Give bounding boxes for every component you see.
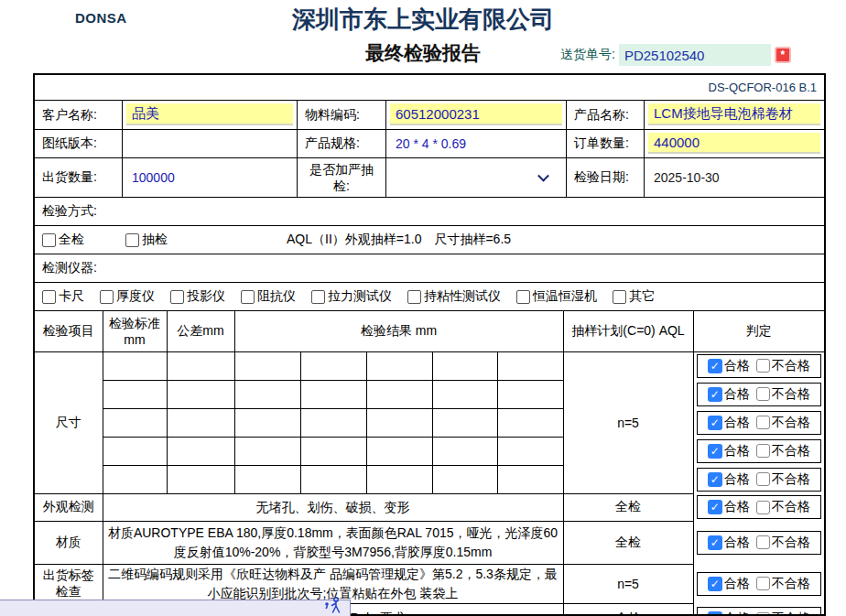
result-cell[interactable] [497,380,563,408]
fail-checkbox[interactable] [756,387,770,401]
result-cell[interactable] [300,437,366,465]
fail-option[interactable]: 不合格 [756,611,810,616]
fail-checkbox[interactable] [756,472,770,486]
tolerance-cell[interactable] [167,380,234,408]
pass-checkbox-checked[interactable]: ✓ [708,444,722,459]
pass-checkbox-checked[interactable]: ✓ [708,416,722,430]
result-cell[interactable] [366,380,432,408]
fail-option[interactable]: 不合格 [756,471,810,488]
result-cell[interactable] [432,380,497,408]
instrument-caliper[interactable]: 卡尺 [42,288,84,305]
material-code-field[interactable]: 60512000231 [386,101,567,130]
inspection-date-value[interactable]: 2025-10-30 [645,158,824,198]
order-qty-field[interactable]: 440000 [645,130,824,158]
fail-option[interactable]: 不合格 [756,499,810,515]
result-cell[interactable] [234,465,300,493]
product-name-value[interactable]: LCM接地导电泡棉卷材 [648,103,820,125]
pass-option[interactable]: ✓合格 [708,386,750,403]
delivery-number-input[interactable]: PD25102540 [619,44,771,66]
result-cell[interactable] [300,351,366,380]
full-check-option[interactable]: 全检 [42,232,84,248]
result-cell[interactable] [234,380,300,408]
result-cell[interactable] [300,380,366,408]
instrument-tension-tester[interactable]: 拉力测试仪 [311,288,392,305]
fail-checkbox[interactable] [756,577,770,590]
fail-checkbox[interactable] [756,359,770,373]
fail-checkbox[interactable] [756,444,770,458]
fail-checkbox[interactable] [756,501,770,514]
standard-cell[interactable] [103,437,167,465]
material-code-value[interactable]: 60512000231 [390,103,562,125]
pass-checkbox-checked[interactable]: ✓ [708,611,722,616]
pass-checkbox-checked[interactable]: ✓ [708,535,722,550]
adhesion-tester-checkbox[interactable] [407,290,421,304]
result-cell[interactable] [366,465,432,493]
pass-option[interactable]: ✓合格 [708,471,750,488]
fail-checkbox[interactable] [756,535,770,549]
pass-checkbox-checked[interactable]: ✓ [708,577,722,591]
standard-cell[interactable] [103,465,167,493]
product-name-field[interactable]: LCM接地导电泡棉卷材 [645,101,824,130]
other-checkbox[interactable] [613,290,626,304]
pass-option[interactable]: ✓合格 [708,499,750,515]
fail-option[interactable]: 不合格 [756,535,810,551]
result-cell[interactable] [497,351,563,380]
pass-checkbox-checked[interactable]: ✓ [708,387,722,402]
pass-option[interactable]: ✓合格 [708,358,750,374]
tolerance-cell[interactable] [167,408,234,437]
fail-checkbox[interactable] [756,612,770,616]
result-cell[interactable] [497,437,563,465]
pass-option[interactable]: ✓合格 [708,611,750,616]
order-qty-value[interactable]: 440000 [648,133,820,154]
pass-option[interactable]: ✓合格 [708,535,750,551]
instrument-impedance-meter[interactable]: 阻抗仪 [241,288,296,305]
caliper-checkbox[interactable] [42,290,56,304]
fail-option[interactable]: 不合格 [756,415,810,431]
result-cell[interactable] [432,351,497,380]
projector-checkbox[interactable] [170,290,184,304]
result-cell[interactable] [497,465,563,493]
result-cell[interactable] [366,351,432,380]
result-cell[interactable] [234,437,300,465]
result-cell[interactable] [432,437,497,465]
impedance-meter-checkbox[interactable] [241,290,255,304]
result-cell[interactable] [300,465,366,493]
tension-tester-checkbox[interactable] [311,290,325,304]
customer-value[interactable]: 品美 [126,103,293,125]
pass-option[interactable]: ✓合格 [708,443,750,459]
result-cell[interactable] [300,408,366,437]
instrument-projector[interactable]: 投影仪 [170,288,225,305]
clear-button[interactable]: * [775,47,791,63]
result-cell[interactable] [497,408,563,437]
standard-cell[interactable] [103,351,167,380]
sampling-option[interactable]: 抽检 [125,232,168,248]
spec-value[interactable]: 20 * 4 * 0.69 [386,130,567,158]
result-cell[interactable] [432,465,497,493]
pass-option[interactable]: ✓合格 [708,576,750,592]
instrument-adhesion-tester[interactable]: 持粘性测试仪 [407,288,501,305]
tolerance-cell[interactable] [167,465,234,493]
result-cell[interactable] [432,408,497,437]
pass-checkbox-checked[interactable]: ✓ [708,359,722,373]
ship-qty-value[interactable]: 100000 [123,158,298,198]
result-cell[interactable] [234,408,300,437]
fail-option[interactable]: 不合格 [756,443,810,459]
fail-option[interactable]: 不合格 [756,386,810,403]
instrument-other[interactable]: 其它 [613,288,655,305]
standard-cell[interactable] [103,380,167,408]
fail-checkbox[interactable] [756,416,770,429]
pass-checkbox-checked[interactable]: ✓ [708,472,722,487]
instrument-thickness-gauge[interactable]: 厚度仪 [100,288,155,305]
tolerance-cell[interactable] [167,351,234,380]
thickness-gauge-checkbox[interactable] [100,290,114,304]
pass-checkbox-checked[interactable]: ✓ [708,500,722,514]
instrument-climate-chamber[interactable]: 恒温恒湿机 [516,288,597,305]
standard-cell[interactable] [103,408,167,437]
drawing-version-field[interactable] [123,130,298,158]
fail-option[interactable]: 不合格 [756,358,810,374]
result-cell[interactable] [234,351,300,380]
customer-field[interactable]: 品美 [123,101,298,130]
tolerance-cell[interactable] [167,437,234,465]
sampling-checkbox[interactable] [125,233,139,247]
fail-option[interactable]: 不合格 [756,576,810,592]
